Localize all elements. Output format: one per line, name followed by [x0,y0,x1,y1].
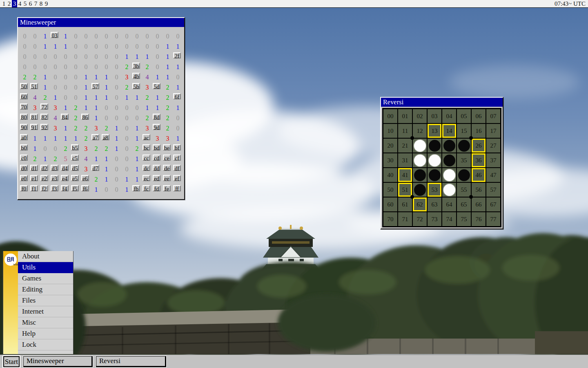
reversi-cell-14[interactable]: 14 [442,123,457,138]
menu-item-lock[interactable]: Lock [18,339,73,350]
ms-cell-81[interactable]: 81 [30,114,38,120]
ms-cell-84[interactable]: 84 [61,114,69,120]
ms-cell-e4[interactable]: e4 [61,175,69,181]
ms-cell-ac[interactable]: ac [143,134,150,140]
reversi-cell-62[interactable]: 62 [412,197,427,212]
ms-cell-f4[interactable]: f4 [61,185,69,191]
task-minesweeper[interactable]: Minesweeper [23,356,93,367]
ms-cell-86[interactable]: 86 [81,114,89,120]
reversi-cell-55[interactable]: 55 [457,182,471,197]
reversi-cell-41[interactable]: 41 [398,168,412,182]
ms-cell-d5[interactable]: d5 [71,165,79,171]
menu-item-help[interactable]: Help [18,328,73,339]
ms-cell-c0[interactable]: c0 [20,155,28,161]
reversi-cell-12[interactable]: 12 [412,123,427,138]
ms-cell-fd[interactable]: fd [153,185,160,191]
ms-cell-9d[interactable]: 9d [153,124,160,130]
reversi-cell-64[interactable]: 64 [442,197,457,212]
reversi-cell-04[interactable]: 04 [442,109,457,123]
ms-cell-92[interactable]: 92 [40,124,48,130]
workspace-3[interactable]: 3 [12,0,17,7]
reversi-cell-53[interactable]: 53 [427,182,442,197]
ms-cell-60[interactable]: 60 [20,93,28,99]
ms-cell-2f[interactable]: 2f [173,52,181,58]
ms-cell-b5[interactable]: b5 [71,144,79,150]
ms-cell-e0[interactable]: e0 [20,175,28,181]
reversi-cell-16[interactable]: 16 [471,123,486,138]
menu-item-editing[interactable]: Editing [18,284,73,295]
reversi-cell-50[interactable]: 50 [383,182,398,197]
ms-cell-f1[interactable]: f1 [30,185,38,191]
menu-item-misc[interactable]: Misc [18,317,73,328]
workspace-2[interactable]: 2 [7,0,12,7]
reversi-cell-21[interactable]: 21 [398,138,412,153]
workspace-9[interactable]: 9 [44,0,49,7]
reversi-cell-06[interactable]: 06 [471,109,486,123]
ms-cell-a0[interactable]: a0 [20,134,28,140]
workspace-7[interactable]: 7 [33,0,38,7]
reversi-cell-73[interactable]: 73 [427,212,442,227]
ms-cell-e2[interactable]: e2 [40,175,48,181]
ms-cell-f3[interactable]: f3 [51,185,58,191]
reversi-cell-56[interactable]: 56 [471,182,486,197]
ms-cell-d4[interactable]: d4 [61,165,69,171]
ms-cell-91[interactable]: 91 [30,124,38,130]
menu-item-internet[interactable]: Internet [18,306,73,317]
reversi-titlebar[interactable]: Reversi [381,98,503,107]
ms-cell-03[interactable]: 03 [51,32,58,38]
ms-cell-be[interactable]: be [163,144,171,150]
ms-cell-de[interactable]: de [163,165,171,171]
reversi-cell-63[interactable]: 63 [427,197,442,212]
ms-cell-bc[interactable]: bc [143,144,150,150]
ms-cell-5d[interactable]: 5d [153,83,160,89]
reversi-cell-05[interactable]: 05 [457,109,471,123]
ms-cell-e5[interactable]: e5 [71,175,79,181]
workspace-6[interactable]: 6 [28,0,33,7]
ms-cell-4b[interactable]: 4b [132,73,140,79]
ms-cell-90[interactable]: 90 [20,124,28,130]
reversi-cell-66[interactable]: 66 [471,197,486,212]
workspace-5[interactable]: 5 [22,0,28,7]
ms-cell-d0[interactable]: d0 [20,165,28,171]
reversi-cell-60[interactable]: 60 [383,197,398,212]
ms-cell-b0[interactable]: b0 [20,144,28,150]
ms-cell-50[interactable]: 50 [20,83,28,89]
reversi-cell-20[interactable]: 20 [383,138,398,153]
minesweeper-titlebar[interactable]: Minesweeper [18,18,184,27]
reversi-cell-02[interactable]: 02 [412,109,427,123]
ms-cell-ed[interactable]: ed [153,175,160,181]
workspace-4[interactable]: 4 [17,0,22,7]
ms-cell-cf[interactable]: cf [173,155,181,161]
reversi-cell-01[interactable]: 01 [398,109,412,123]
reversi-cell-37[interactable]: 37 [486,153,501,168]
reversi-cell-26[interactable]: 26 [471,138,486,153]
reversi-cell-11[interactable]: 11 [398,123,412,138]
ms-cell-f2[interactable]: f2 [40,185,48,191]
ms-cell-6f[interactable]: 6f [173,93,181,99]
ms-cell-ee[interactable]: ee [163,175,171,181]
reversi-cell-31[interactable]: 31 [398,153,412,168]
ms-cell-d3[interactable]: d3 [51,165,58,171]
ms-cell-ec[interactable]: ec [143,175,150,181]
reversi-cell-17[interactable]: 17 [486,123,501,138]
reversi-cell-77[interactable]: 77 [486,212,501,227]
ms-cell-d1[interactable]: d1 [30,165,38,171]
reversi-cell-71[interactable]: 71 [398,212,412,227]
reversi-cell-57[interactable]: 57 [486,182,501,197]
reversi-cell-13[interactable]: 13 [427,123,442,138]
reversi-cell-00[interactable]: 00 [383,109,398,123]
ms-cell-51[interactable]: 51 [30,83,38,89]
ms-cell-f5[interactable]: f5 [71,185,79,191]
workspace-1[interactable]: 1 [1,0,7,7]
ms-cell-dc[interactable]: dc [143,165,150,171]
ms-cell-bf[interactable]: bf [173,144,181,150]
ms-cell-f6[interactable]: f6 [81,185,89,191]
ms-cell-df[interactable]: df [173,165,181,171]
reversi-cell-72[interactable]: 72 [412,212,427,227]
ms-cell-fb[interactable]: fb [132,185,140,191]
reversi-cell-67[interactable]: 67 [486,197,501,212]
ms-cell-e6[interactable]: e6 [81,175,89,181]
ms-cell-ff[interactable]: ff [173,185,181,191]
reversi-cell-35[interactable]: 35 [457,153,471,168]
ms-cell-ef[interactable]: ef [173,175,181,181]
